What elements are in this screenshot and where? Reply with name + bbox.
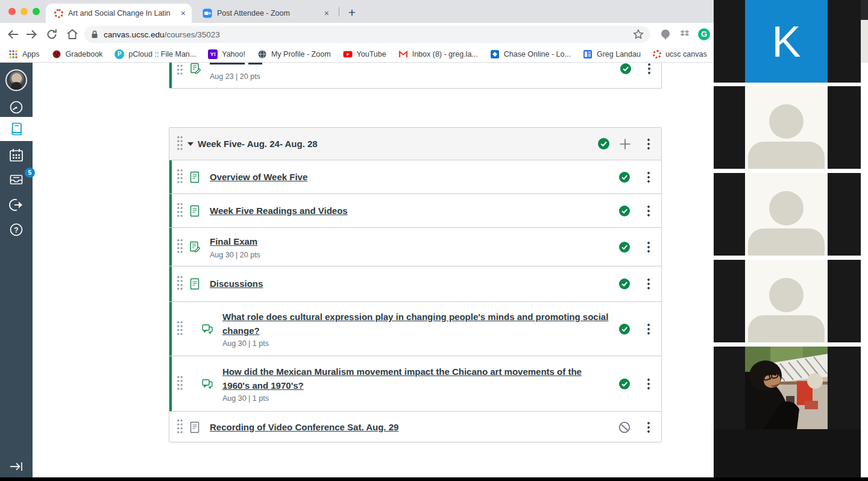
published-icon[interactable] (618, 266, 631, 301)
lock-icon[interactable] (90, 30, 99, 39)
published-icon[interactable] (618, 356, 631, 411)
module-item-discussions[interactable]: Discussions (169, 266, 661, 301)
clipped-item-title[interactable] (210, 63, 262, 64)
drag-handle[interactable] (177, 276, 183, 292)
unpublished-icon[interactable] (618, 412, 631, 442)
collapse-caret-icon[interactable] (187, 142, 193, 146)
zoom-participant-tile[interactable] (714, 86, 861, 169)
item-menu-kebab[interactable] (647, 412, 650, 442)
url-text[interactable]: canvas.ucsc.edu/courses/35023 (104, 30, 633, 39)
item-menu-kebab[interactable] (647, 194, 650, 227)
avatar-silhouette (748, 142, 825, 169)
grammarly-icon[interactable]: G (698, 28, 710, 40)
logout-icon (8, 196, 25, 213)
zoom-participant-tile[interactable] (714, 173, 861, 256)
forward-icon[interactable] (24, 27, 39, 42)
drag-handle[interactable] (177, 239, 183, 255)
nav-courses-active[interactable] (0, 117, 33, 141)
nav-inbox[interactable]: 5 (0, 171, 33, 190)
item-title[interactable]: Discussions (210, 277, 263, 291)
tab-close-icon[interactable]: × (181, 8, 186, 18)
reload-icon[interactable] (45, 27, 59, 42)
drag-handle[interactable] (177, 136, 183, 152)
bookmark-zoom-profile[interactable]: My Profile - Zoom (257, 49, 331, 59)
bookmark-ucsc-canvas[interactable]: ucsc canvas (653, 50, 707, 58)
youtube-icon (343, 49, 353, 59)
bookmark-star-icon[interactable] (633, 29, 644, 40)
bookmark-greg-landau[interactable]: Greg Landau (583, 49, 641, 59)
published-icon[interactable] (618, 228, 631, 266)
item-title[interactable]: How did the Mexican Muralism movement im… (222, 365, 599, 393)
add-item-icon[interactable] (619, 128, 631, 160)
published-icon[interactable] (618, 302, 631, 356)
drag-handle[interactable] (177, 169, 183, 185)
back-icon[interactable] (6, 27, 20, 42)
item-menu-kebab[interactable] (647, 160, 650, 193)
nav-collapse[interactable] (0, 458, 33, 475)
item-menu-kebab[interactable] (647, 266, 650, 301)
module-item-readings[interactable]: Week Five Readings and Videos (169, 193, 661, 227)
module-item-overview[interactable]: Overview of Week Five (169, 160, 661, 193)
zoom-participant-tile[interactable] (714, 260, 861, 342)
nav-calendar[interactable] (0, 147, 33, 164)
extension-pin-icon[interactable] (658, 27, 673, 42)
bookmark-chase[interactable]: Chase Online - Lo... (490, 49, 571, 59)
bookmark-inbox[interactable]: Inbox (8) - greg.la... (398, 49, 478, 59)
assignment-icon (189, 241, 201, 253)
item-menu-kebab[interactable] (648, 63, 650, 74)
item-title[interactable]: Recording of Video Conference Sat. Aug. … (210, 420, 398, 434)
address-bar[interactable]: canvas.ucsc.edu/courses/35023 (84, 26, 650, 43)
module-item-discussion-1[interactable]: What role does cultural expression play … (169, 301, 661, 356)
item-menu-kebab[interactable] (647, 302, 650, 356)
page-icon (189, 205, 201, 217)
tab-title: Art and Social Change In Latin (68, 9, 177, 17)
zoom-participant-tile[interactable]: K (714, 0, 861, 83)
bookmark-yahoo[interactable]: Y! Yahoo! (208, 49, 245, 59)
nav-logout[interactable] (0, 196, 33, 213)
published-icon[interactable] (618, 160, 631, 193)
module-published-icon[interactable] (597, 128, 610, 160)
published-icon[interactable] (620, 63, 632, 77)
drag-handle[interactable] (177, 376, 183, 392)
new-tab-button[interactable]: + (344, 5, 360, 22)
item-title[interactable]: Overview of Week Five (210, 170, 307, 184)
drag-handle[interactable] (177, 63, 183, 77)
avatar-silhouette (769, 104, 804, 139)
item-title[interactable]: Final Exam (210, 234, 260, 248)
nav-account[interactable] (0, 69, 33, 91)
item-menu-kebab[interactable] (647, 356, 650, 411)
module-previous: Aug 23 | 20 pts (169, 63, 662, 89)
tab-close-icon[interactable]: × (324, 8, 329, 18)
drag-handle[interactable] (177, 420, 183, 435)
item-menu-kebab[interactable] (647, 228, 650, 266)
mac-zoom-button[interactable] (33, 8, 40, 15)
nav-help[interactable]: ? (0, 221, 33, 238)
drag-handle[interactable] (177, 321, 183, 337)
bookmark-apps[interactable]: Apps (8, 49, 40, 59)
module-item-recording[interactable]: Recording of Video Conference Sat. Aug. … (169, 411, 661, 442)
module-title[interactable]: Week Five- Aug. 24- Aug. 28 (198, 139, 318, 149)
zoom-participant-tile[interactable] (714, 347, 861, 429)
module-item-discussion-2[interactable]: How did the Mexican Muralism movement im… (169, 356, 661, 411)
bookmark-pcloud[interactable]: P pCloud :: File Man... (115, 49, 196, 59)
published-icon[interactable] (618, 194, 631, 227)
bookmark-gradebook[interactable]: Gradebook (52, 49, 103, 59)
home-icon[interactable] (65, 27, 80, 42)
mac-minimize-button[interactable] (20, 8, 28, 15)
item-title[interactable]: Week Five Readings and Videos (210, 204, 348, 218)
avatar-silhouette (748, 315, 825, 342)
module-header: Week Five- Aug. 24- Aug. 28 (169, 128, 661, 160)
module-item-final-exam[interactable]: Final Exam Aug 30 | 20 pts (169, 227, 661, 266)
drag-handle[interactable] (177, 203, 183, 219)
nav-dashboard[interactable] (0, 99, 33, 116)
bookmark-youtube[interactable]: YouTube (343, 49, 386, 59)
module-menu-kebab[interactable] (647, 128, 650, 160)
item-title[interactable]: What role does cultural expression play … (222, 310, 629, 338)
tab-zoom[interactable]: Post Attendee - Zoom × (197, 4, 335, 23)
mac-close-button[interactable] (8, 8, 16, 15)
inbox-badge: 5 (25, 168, 35, 178)
yahoo-icon: Y! (208, 49, 218, 59)
globe-icon (257, 49, 267, 59)
dropbox-icon[interactable] (678, 27, 692, 42)
tab-canvas-course[interactable]: Art and Social Change In Latin × (46, 4, 192, 23)
